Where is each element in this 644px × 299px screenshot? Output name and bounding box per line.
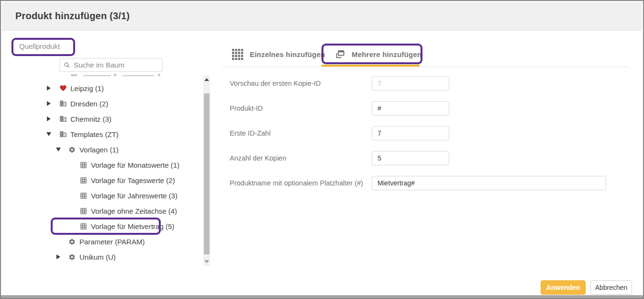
gear-icon — [68, 253, 76, 261]
grid-icon — [79, 207, 88, 215]
gear-icon — [68, 238, 76, 246]
tree-search-box[interactable] — [59, 58, 163, 72]
cancel-button[interactable]: Abbrechen — [590, 280, 632, 295]
vorschau-kopie-id-field — [372, 76, 449, 91]
tree-item-templates[interactable]: Templates (ZT) — [20, 126, 119, 142]
field-label-erste-id-zahl: Erste ID-Zahl — [230, 126, 270, 140]
tree-item-label: Parameter (PARAM) — [79, 238, 144, 246]
building-icon — [59, 130, 67, 138]
tab-mehrere-hinzufuegen[interactable]: Mehrere hinzufügen — [334, 44, 422, 64]
tree-item-label: Vorlage für Tageswerte (2) — [91, 176, 175, 184]
tree-search-input[interactable] — [74, 61, 158, 69]
tree-item-leipzig[interactable]: Leipzig (1) — [20, 80, 104, 96]
caret-right-icon[interactable] — [45, 116, 53, 121]
caret-right-icon[interactable] — [55, 254, 62, 259]
field-label-vorschau: Vorschau der ersten Kopie-ID — [230, 76, 321, 91]
tab-label: Einzelnes hinzufügen — [250, 50, 325, 58]
tree-item-label: Vorlage für Monatswerte (1) — [91, 161, 179, 169]
grid-icon — [232, 48, 244, 60]
field-label-anzahl-kopien: Anzahl der Kopien — [230, 151, 287, 165]
building-icon — [59, 115, 67, 123]
tree-item-unikum[interactable]: Unikum (U) — [20, 249, 116, 264]
copy-stack-icon — [334, 49, 345, 60]
field-label-produkt-id: Produkt-ID — [230, 101, 263, 115]
dialog-header: Produkt hinzufügen (3/1) — [2, 2, 642, 31]
caret-right-icon[interactable] — [45, 86, 53, 91]
gear-icon — [68, 146, 76, 154]
apply-button[interactable]: Anwenden — [541, 280, 586, 295]
caret-right-icon[interactable] — [45, 101, 53, 106]
source-product-tree[interactable]: Leipzig (1) Dresden (2) Chemnitz (3) Tem… — [20, 73, 203, 267]
anzahl-kopien-field[interactable] — [372, 151, 449, 165]
scroll-down-icon[interactable] — [203, 258, 210, 265]
tree-scrollbar[interactable] — [203, 75, 210, 266]
scrollbar-thumb[interactable] — [204, 93, 210, 254]
tree-item-label: Vorlagen (1) — [79, 146, 119, 154]
produkt-id-field[interactable] — [372, 101, 449, 115]
dialog-title: Produkt hinzufügen (3/1) — [15, 11, 130, 22]
tabs-divider — [222, 67, 629, 67]
grid-icon — [79, 161, 88, 169]
tree-item-vorlage-mietvertrag[interactable]: Vorlage für Mietvertrag (5) — [20, 218, 174, 234]
grid-icon — [79, 192, 88, 200]
tree-item-vorlage-monatswerte[interactable]: Vorlage für Monatswerte (1) — [20, 157, 179, 172]
grid-icon — [79, 222, 88, 230]
caret-down-icon[interactable] — [55, 148, 62, 151]
scroll-up-icon[interactable] — [203, 76, 210, 83]
tree-item-chemnitz[interactable]: Chemnitz (3) — [20, 111, 111, 126]
field-label-produktname: Produktname mit optionalem Platzhalter (… — [230, 176, 363, 190]
tree-item-vorlagen[interactable]: Vorlagen (1) — [20, 142, 119, 157]
tree-panel-label: Quellprodukt — [19, 42, 60, 50]
tree-item-vorlage-tageswerte[interactable]: Vorlage für Tageswerte (2) — [20, 172, 175, 188]
tree-item-vorlage-jahreswerte[interactable]: Vorlage für Jahreswerte (3) — [20, 188, 178, 203]
tree-item-label: Vorlage für Jahreswerte (3) — [91, 192, 178, 200]
bottom-border-bar — [1, 295, 643, 298]
dialog-frame: Produkt hinzufügen (3/1) Quellprodukt Le… — [0, 0, 644, 299]
heart-icon — [59, 84, 67, 92]
tree-item-label: Dresden (2) — [70, 100, 108, 108]
tree-item-label: Chemnitz (3) — [70, 115, 111, 123]
building-icon — [59, 100, 67, 108]
tree-item-parameter[interactable]: Parameter (PARAM) — [20, 234, 144, 249]
tree-item-dresden[interactable]: Dresden (2) — [20, 96, 108, 111]
tab-einzelnes-hinzufuegen[interactable]: Einzelnes hinzufügen — [232, 44, 325, 64]
produktname-field[interactable] — [372, 176, 606, 190]
tree-item-label: Leipzig (1) — [70, 84, 104, 92]
caret-down-icon[interactable] — [45, 132, 53, 136]
erste-id-zahl-field[interactable] — [372, 126, 449, 140]
tree-item-label: Vorlage für Mietvertrag (5) — [91, 222, 174, 230]
tree-item-label: Unikum (U) — [79, 253, 116, 261]
tree-item-vorlage-ohne-zeitachse[interactable]: Vorlage ohne Zeitachse (4) — [20, 203, 177, 218]
tree-item-label: Templates (ZT) — [70, 130, 119, 138]
tree-item-label: Vorlage ohne Zeitachse (4) — [91, 207, 177, 215]
search-icon — [64, 62, 70, 69]
tab-label: Mehrere hinzufügen — [352, 50, 422, 58]
grid-icon — [79, 176, 88, 184]
